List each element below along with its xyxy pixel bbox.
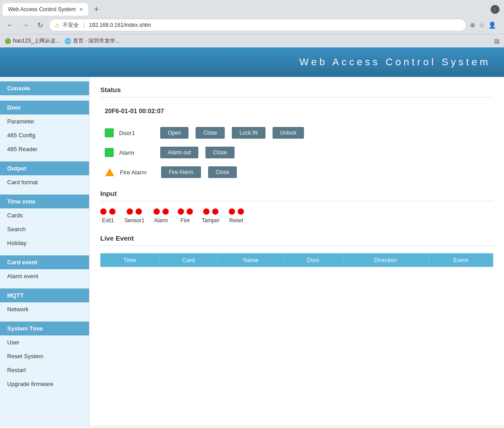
status-section-title: Status (100, 86, 493, 97)
reader-mode-icon[interactable]: ▤ (494, 38, 500, 44)
input-exit1: Exit1 (100, 208, 115, 224)
tamper-label: Tamper (202, 217, 220, 224)
sidebar-item-door[interactable]: Door (0, 101, 89, 114)
bookmark-hao123-label: hao123_上网从这... (13, 37, 60, 45)
sidebar-item-timezone[interactable]: Time zone (0, 195, 89, 208)
sidebar-item-network[interactable]: Network (0, 302, 89, 316)
bookmarks-bar: 🟢 hao123_上网从这... 🌐 首页 - 深圳市龙华... ▤ (0, 34, 504, 47)
sidebar-item-output[interactable]: Output (0, 161, 89, 175)
fire-dot1 (178, 208, 184, 215)
input-sensor1: Sensor1 (124, 208, 145, 224)
sidebar-item-upgradefirmware[interactable]: Upgrade firmware (0, 377, 89, 391)
back-button[interactable]: ← (4, 20, 16, 30)
exit1-dots (100, 208, 115, 215)
alarm-out-button[interactable]: Alarm out (160, 147, 198, 158)
sidebar-section-door: Door Parameter 485 Config 485 Reader (0, 101, 89, 156)
alarm-dot2 (162, 208, 169, 215)
fire-label: Fire (180, 217, 190, 224)
door1-label: Door1 (119, 130, 155, 136)
sidebar-item-systemtime[interactable]: System Time (0, 322, 89, 335)
sidebar-section-output: Output Card format (0, 161, 89, 189)
sidebar-item-resetsystem[interactable]: Reset System (0, 349, 89, 363)
sidebar-item-restart[interactable]: Restart (0, 363, 89, 377)
main-content: Status 20F6-01-01 00:02:07 Door1 Open Cl… (90, 77, 504, 426)
col-door: Door (284, 254, 342, 267)
sidebar-item-cardformat[interactable]: Card format (0, 175, 89, 189)
tab-bar: Web Access Control System × + ⋮ (0, 0, 504, 16)
translate-icon[interactable]: ⊕ (470, 21, 475, 29)
sidebar-item-cards[interactable]: Cards (0, 208, 89, 222)
security-warning-icon: ⚠ (55, 22, 60, 29)
door1-close-button[interactable]: Close (196, 127, 225, 139)
tamper-dots (203, 208, 218, 215)
firealarm-close-button[interactable]: Close (208, 166, 237, 178)
new-tab-button[interactable]: + (90, 3, 103, 16)
bookmark-hao123[interactable]: 🟢 hao123_上网从这... (4, 37, 60, 45)
sidebar-item-485reader[interactable]: 485 Reader (0, 142, 89, 156)
alarm-sensor-label: Alarm (154, 217, 168, 224)
sidebar-item-485config[interactable]: 485 Config (0, 128, 89, 142)
profile-icon[interactable]: 👤 (488, 21, 496, 29)
page-title: Web Access Control System (299, 56, 491, 68)
input-tamper: Tamper (202, 208, 220, 224)
sidebar-item-holiday[interactable]: Holiday (0, 236, 89, 250)
sidebar: Console Door Parameter 485 Config 485 Re… (0, 77, 90, 426)
sidebar-item-alarmevent[interactable]: Alarm event (0, 269, 89, 283)
bookmarks-right: ▤ (494, 38, 500, 44)
forward-button[interactable]: → (20, 20, 31, 30)
sidebar-item-user[interactable]: User (0, 335, 89, 349)
sidebar-item-parameter[interactable]: Parameter (0, 114, 89, 128)
alarm-dot1 (154, 208, 160, 215)
refresh-button[interactable]: ↻ (35, 20, 45, 30)
door1-unlock-button[interactable]: Unlock (273, 127, 304, 139)
door1-lockin-button[interactable]: Lock IN (232, 127, 265, 139)
input-fire: Fire (178, 208, 193, 224)
sidebar-item-mqtt[interactable]: MQTT (0, 288, 89, 302)
browser-menu-icon[interactable]: ⋮ (491, 5, 500, 14)
exit1-label: Exit1 (102, 217, 114, 224)
sensor1-dot1 (127, 208, 133, 215)
active-tab[interactable]: Web Access Control System × (3, 3, 88, 16)
reset-dots (229, 208, 244, 215)
fire-dots (178, 208, 193, 215)
sensor1-dot2 (136, 208, 142, 215)
address-input[interactable]: ⚠ 不安全 | 192.168.0.161/index.shtm (49, 19, 466, 31)
firealarm-button[interactable]: Fire Alarm (161, 166, 201, 178)
page-footer: Copyright ©Access Control System Service… (0, 426, 504, 428)
exit1-dot1 (100, 208, 107, 215)
bookmark-icon[interactable]: ☆ (479, 21, 485, 29)
fire-triangle-icon (105, 168, 114, 176)
sidebar-item-console[interactable]: Console (0, 81, 89, 95)
reset-label: Reset (229, 217, 243, 224)
firealarm-status-row: Fire Alarm Fire Alarm Close (100, 164, 493, 181)
tamper-dot2 (212, 208, 218, 215)
live-event-section: Live Event Time Card Name Door Direction… (100, 234, 493, 267)
sidebar-section-events: Card event Alarm event (0, 255, 89, 283)
col-card: Card (159, 254, 218, 267)
live-event-title: Live Event (100, 234, 493, 246)
event-table-header-row: Time Card Name Door Direction Event (101, 254, 493, 267)
tab-close-button[interactable]: × (79, 6, 83, 13)
alarm-indicator (105, 148, 114, 157)
input-dots-row: Exit1 Sensor1 Alarm (100, 208, 493, 224)
fire-dot2 (187, 208, 193, 215)
input-section: Input Exit1 Sensor1 (100, 190, 493, 224)
tamper-dot1 (203, 208, 209, 215)
reset-dot2 (238, 208, 244, 215)
alarm-dots (154, 208, 169, 215)
door1-status-row: Door1 Open Close Lock IN Unlock (100, 124, 493, 141)
input-alarm: Alarm (154, 208, 169, 224)
browser-chrome: Web Access Control System × + ⋮ ← → ↻ ⚠ … (0, 0, 504, 47)
datetime-display: 20F6-01-01 00:02:07 (100, 105, 493, 117)
bookmark-homepage[interactable]: 🌐 首页 - 深圳市龙华... (64, 37, 120, 45)
alarm-close-button[interactable]: Close (205, 147, 235, 158)
exit1-dot2 (109, 208, 115, 215)
bookmark-homepage-label: 首页 - 深圳市龙华... (73, 37, 120, 45)
page-wrapper: Web Access Control System Console Door P… (0, 47, 504, 428)
input-reset: Reset (229, 208, 244, 224)
sidebar-item-cardevent[interactable]: Card event (0, 255, 89, 269)
door1-open-button[interactable]: Open (160, 127, 188, 139)
col-event: Event (428, 254, 493, 267)
sidebar-section-mqtt: MQTT Network (0, 288, 89, 316)
sidebar-item-search[interactable]: Search (0, 222, 89, 236)
